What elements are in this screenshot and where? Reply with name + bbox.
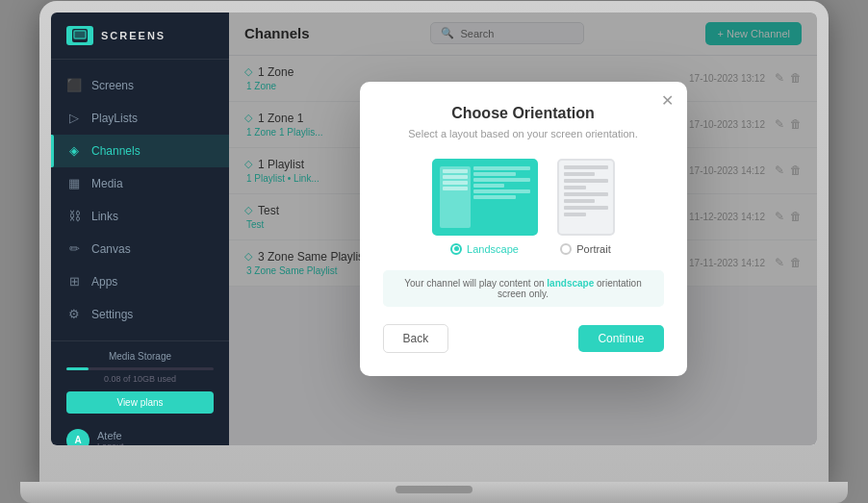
user-avatar: A: [66, 429, 89, 445]
storage-info: 0.08 of 10GB used: [66, 374, 214, 384]
canvas-icon: ✏: [66, 241, 82, 257]
storage-fill: [66, 367, 89, 370]
user-section: A Atefe Logout: [66, 429, 214, 445]
orientation-modal: ✕ Choose Orientation Select a layout bas…: [360, 82, 687, 376]
landscape-option[interactable]: Landscape: [432, 159, 538, 255]
sidebar-item-playlists[interactable]: ▷ PlayLists: [51, 102, 229, 135]
logo-text: SCREENS: [101, 30, 166, 41]
sidebar-nav: ⬛ Screens ▷ PlayLists ◈ Channels: [51, 60, 229, 340]
portrait-option[interactable]: Portrait: [557, 159, 615, 255]
screen: SCREENS ⬛ Screens ▷ PlayLists: [51, 13, 817, 445]
modal-close-button[interactable]: ✕: [661, 93, 674, 109]
portrait-label: Portrait: [576, 243, 610, 255]
sidebar-item-canvas-label: Canvas: [91, 242, 131, 256]
orientation-options: Landscape: [383, 159, 664, 255]
playlists-icon: ▷: [66, 111, 82, 126]
modal-info-bold: landscape: [547, 278, 594, 289]
logo-icon: [66, 26, 93, 45]
modal-info-text: Your channel will play content on: [404, 278, 544, 289]
media-icon: ▦: [66, 176, 82, 191]
sidebar-item-links-label: Links: [91, 210, 118, 223]
logout-link[interactable]: Logout: [97, 441, 124, 445]
channels-icon: ◈: [66, 143, 82, 159]
sidebar-item-settings[interactable]: ⚙ Settings: [51, 298, 229, 331]
laptop-base: [20, 482, 848, 503]
laptop-frame: SCREENS ⬛ Screens ▷ PlayLists: [39, 1, 829, 482]
landscape-radio-button[interactable]: [450, 243, 462, 255]
portrait-radio-label: Portrait: [560, 243, 610, 255]
modal-info: Your channel will play content on landsc…: [383, 270, 664, 307]
modal-overlay: ✕ Choose Orientation Select a layout bas…: [229, 13, 817, 445]
sidebar-item-apps[interactable]: ⊞ Apps: [51, 265, 229, 298]
view-plans-button[interactable]: View plans: [66, 391, 214, 414]
modal-subtitle: Select a layout based on your screen ori…: [383, 128, 664, 139]
landscape-sidebar-mock: [440, 166, 472, 228]
sidebar-item-screens[interactable]: ⬛ Screens: [51, 69, 229, 102]
links-icon: ⛓: [66, 209, 82, 224]
sidebar-item-channels[interactable]: ◈ Channels: [51, 135, 229, 167]
sidebar-item-channels-label: Channels: [91, 144, 140, 158]
screens-icon: ⬛: [66, 78, 82, 93]
modal-title: Choose Orientation: [383, 105, 664, 122]
landscape-preview: [432, 159, 538, 236]
main-content: Channels 🔍 + New Channel ◇ 1 Zone: [229, 13, 817, 445]
landscape-content-mock: [473, 166, 529, 228]
sidebar-item-apps-label: Apps: [91, 275, 117, 289]
sidebar-item-media[interactable]: ▦ Media: [51, 167, 229, 200]
landscape-radio-label: Landscape: [450, 243, 519, 255]
continue-button[interactable]: Continue: [578, 325, 663, 352]
storage-label: Media Storage: [66, 351, 214, 362]
sidebar-item-playlists-label: PlayLists: [91, 112, 138, 125]
sidebar-item-links[interactable]: ⛓ Links: [51, 200, 229, 233]
landscape-label: Landscape: [467, 243, 519, 255]
portrait-radio-button[interactable]: [560, 243, 572, 255]
modal-actions: Back Continue: [383, 324, 664, 353]
sidebar-item-media-label: Media: [91, 177, 123, 190]
sidebar-item-canvas[interactable]: ✏ Canvas: [51, 233, 229, 265]
sidebar-bottom: Media Storage 0.08 of 10GB used View pla…: [51, 340, 229, 445]
sidebar: SCREENS ⬛ Screens ▷ PlayLists: [51, 13, 229, 445]
user-name: Atefe: [97, 430, 124, 441]
settings-icon: ⚙: [66, 307, 82, 322]
storage-bar: [66, 367, 214, 370]
portrait-preview: [557, 159, 615, 236]
sidebar-logo: SCREENS: [51, 13, 229, 60]
back-button[interactable]: Back: [383, 324, 449, 353]
sidebar-item-settings-label: Settings: [91, 308, 133, 321]
sidebar-item-screens-label: Screens: [91, 79, 134, 92]
apps-icon: ⊞: [66, 274, 82, 289]
